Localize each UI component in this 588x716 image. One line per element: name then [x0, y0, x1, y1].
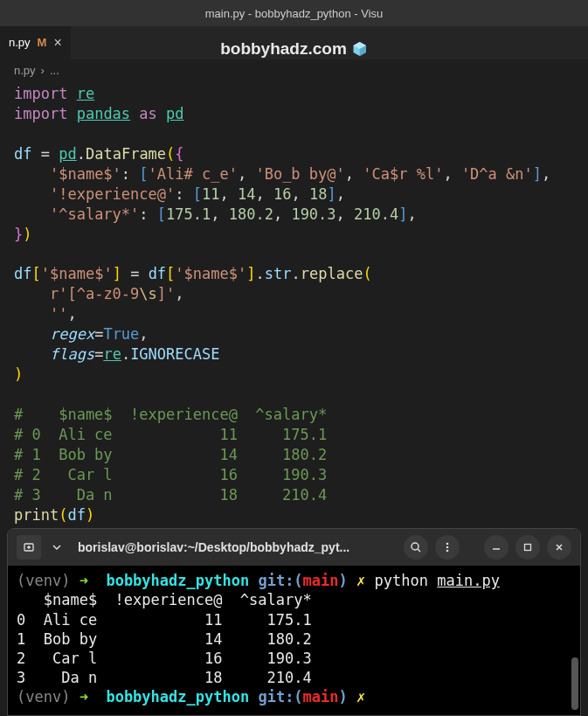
terminal-titlebar: borislav@borislav:~/Desktop/bobbyhadz_py…: [8, 529, 580, 566]
menu-button[interactable]: [435, 535, 460, 560]
code-editor[interactable]: import re import pandas as pd df = pd.Da…: [0, 80, 588, 529]
terminal-window: borislav@borislav:~/Desktop/bobbyhadz_py…: [7, 528, 581, 716]
close-icon[interactable]: ×: [53, 35, 61, 51]
search-button[interactable]: [404, 535, 428, 560]
chevron-right-icon: ›: [41, 64, 45, 77]
window-title: main.py - bobbyhadz_python - Visu: [205, 7, 384, 20]
breadcrumb[interactable]: n.py › ...: [0, 59, 588, 80]
terminal-output[interactable]: (venv) ➜ bobbyhadz_python git:(main) ✗ p…: [8, 566, 580, 715]
tab-main-py[interactable]: n.py M ×: [0, 26, 71, 59]
tab-modified-indicator: M: [38, 36, 47, 49]
svg-point-2: [446, 543, 449, 546]
breadcrumb-file: n.py: [14, 64, 36, 77]
cube-icon: [352, 41, 368, 57]
svg-point-3: [446, 546, 449, 549]
watermark: bobbyhadz.com: [220, 39, 368, 59]
new-tab-button[interactable]: [17, 535, 41, 560]
maximize-button[interactable]: [515, 535, 540, 560]
close-button[interactable]: [547, 535, 571, 560]
tab-filename: n.py: [9, 36, 31, 49]
minimize-button[interactable]: [484, 535, 508, 560]
dropdown-button[interactable]: [48, 535, 66, 560]
svg-point-4: [446, 550, 449, 553]
svg-rect-5: [525, 545, 531, 551]
svg-point-1: [412, 543, 419, 550]
terminal-title: borislav@borislav:~/Desktop/bobbyhadz_py…: [78, 540, 397, 554]
window-title-bar: main.py - bobbyhadz_python - Visu: [0, 0, 588, 26]
terminal-scrollbar[interactable]: [571, 657, 578, 710]
breadcrumb-more: ...: [50, 64, 59, 77]
